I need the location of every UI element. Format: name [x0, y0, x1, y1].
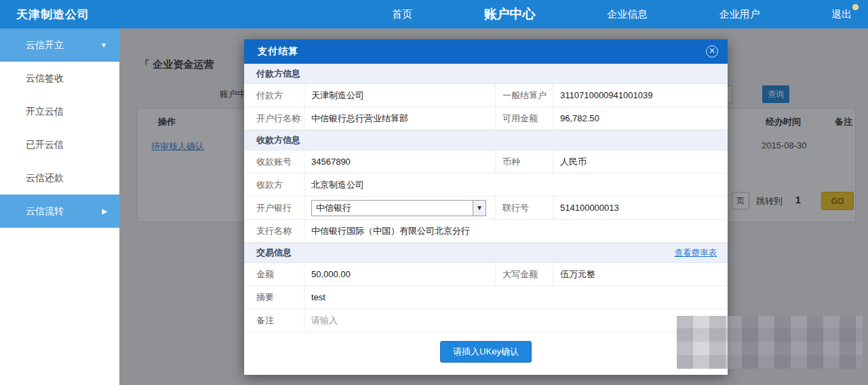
summary-input[interactable]: test: [304, 286, 728, 308]
amount-in-words-value: 伍万元整: [553, 263, 728, 285]
bank-number-label: 联行号: [495, 197, 553, 219]
bank-select-value: 中信银行: [312, 202, 351, 214]
nav-item-account-center[interactable]: 账户中心: [484, 5, 536, 23]
payer-value: 天津制造公司: [304, 84, 495, 106]
ukey-confirm-button[interactable]: 请插入UKey确认: [440, 341, 532, 363]
close-icon[interactable]: ✕: [706, 45, 718, 58]
payee-section-header: 收款方信息: [244, 130, 728, 150]
payer-row-1: 付款方 天津制造公司 一般结算户 3110710000941001039: [244, 84, 728, 107]
nav-item-company-users[interactable]: 企业用户: [719, 8, 760, 21]
settlement-account-label: 一般结算户: [495, 84, 553, 106]
logout-badge-icon: [852, 4, 859, 10]
transaction-row-2: 摘要 test: [244, 286, 728, 309]
payer-section-header: 付款方信息: [244, 64, 728, 84]
payer-section-title: 付款方信息: [256, 68, 300, 80]
nav-menu: 首页 账户中心 企业信息 企业用户 退出: [392, 0, 852, 28]
payee-row-2: 收款方 北京制造公司: [244, 174, 728, 197]
nav-item-logout-label: 退出: [831, 8, 852, 20]
sidebar-item-kaili-yunxin[interactable]: 开立云信: [0, 95, 119, 128]
payer-row-2: 开户行名称 中信银行总行营业结算部 可用金额 96,782.50: [244, 107, 728, 130]
modal-header: 支付结算 ✕: [244, 39, 728, 64]
payee-bank-label: 开户银行: [244, 197, 304, 219]
sidebar-item-label: 已开云信: [26, 139, 64, 150]
transaction-section-header: 交易信息 查看费率表: [244, 243, 728, 263]
amount-label: 金额: [244, 263, 304, 285]
settlement-account-value: 3110710000941001039: [553, 84, 728, 106]
payment-settlement-modal: 支付结算 ✕ 付款方信息 付款方 天津制造公司 一般结算户 3110710000…: [244, 39, 728, 375]
summary-label: 摘要: [244, 286, 304, 308]
nav-item-home[interactable]: 首页: [392, 8, 412, 21]
sidebar-item-yunxin-qianshou[interactable]: 云信签收: [0, 62, 119, 95]
sidebar-item-label: 云信还款: [26, 172, 64, 183]
sidebar-item-yunxin-liuzhuan[interactable]: 云信流转 ▶: [0, 195, 119, 228]
payee-row-3: 开户银行 中信银行 ▼ 联行号 514100000013: [244, 197, 728, 220]
chevron-down-icon: ▼: [100, 28, 107, 62]
company-brand: 天津制造公司: [16, 7, 90, 22]
sidebar-item-label: 开立云信: [26, 106, 64, 117]
sidebar-item-yunxin-kaili[interactable]: 云信开立 ▼: [0, 28, 119, 62]
sidebar-item-yikai-yunxin[interactable]: 已开云信: [0, 128, 119, 161]
sidebar-item-label: 云信签收: [26, 73, 64, 83]
sidebar-item-yunxin-huankuan[interactable]: 云信还款: [0, 161, 119, 195]
available-amount-label: 可用金额: [495, 107, 553, 129]
payee-account-label: 收款账号: [244, 150, 304, 173]
remark-input[interactable]: 请输入: [304, 309, 728, 331]
amount-in-words-label: 大写金额: [495, 263, 553, 285]
available-amount-value: 96,782.50: [553, 107, 728, 129]
view-rate-table-link[interactable]: 查看费率表: [675, 247, 717, 259]
payee-name-label: 收款方: [244, 174, 304, 196]
bank-number-value: 514100000013: [553, 197, 728, 219]
payee-row-1: 收款账号 34567890 币种 人民币: [244, 150, 728, 174]
nav-item-company-info[interactable]: 企业信息: [607, 8, 648, 21]
payee-name-value: 北京制造公司: [304, 174, 728, 196]
bank-select[interactable]: 中信银行 ▼: [311, 200, 486, 216]
top-navbar: 天津制造公司 首页 账户中心 企业信息 企业用户 退出: [0, 0, 868, 28]
remark-label: 备注: [244, 309, 304, 331]
chevron-right-icon: ▶: [102, 195, 107, 228]
payer-bank-value: 中信银行总行营业结算部: [304, 107, 495, 129]
currency-value: 人民币: [553, 150, 728, 173]
payee-row-4: 支行名称 中信银行国际（中国）有限公司北京分行: [244, 220, 728, 243]
transaction-row-1: 金额 50,000.00 大写金额 伍万元整: [244, 263, 728, 286]
sidebar-item-label: 云信流转: [26, 205, 64, 216]
modal-title: 支付结算: [258, 45, 298, 58]
nav-item-logout[interactable]: 退出: [831, 8, 852, 21]
app-screen: 天津制造公司 首页 账户中心 企业信息 企业用户 退出 云信开立 ▼ 云信签收 …: [0, 0, 868, 385]
payee-section-title: 收款方信息: [256, 134, 300, 146]
amount-input[interactable]: 50,000.00: [304, 263, 495, 285]
payer-label: 付款方: [244, 84, 304, 106]
branch-name-value: 中信银行国际（中国）有限公司北京分行: [304, 220, 728, 242]
sidebar-item-label: 云信开立: [26, 39, 64, 50]
branch-name-label: 支行名称: [244, 220, 304, 242]
dropdown-arrow-icon[interactable]: ▼: [473, 201, 486, 216]
transaction-row-3: 备注 请输入: [244, 309, 728, 332]
transaction-section-title: 交易信息: [256, 247, 292, 259]
payer-bank-label: 开户行名称: [244, 107, 304, 129]
payee-account-input[interactable]: 34567890: [304, 150, 495, 173]
sidebar: 云信开立 ▼ 云信签收 开立云信 已开云信 云信还款 云信流转 ▶: [0, 28, 119, 385]
currency-label: 币种: [495, 150, 553, 173]
